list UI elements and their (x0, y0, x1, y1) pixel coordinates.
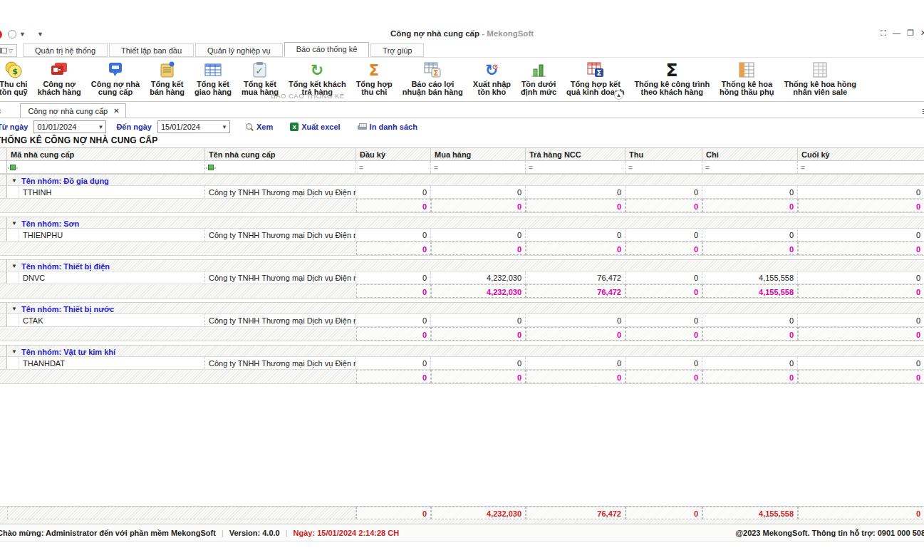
column-header[interactable]: Mua hàng (431, 148, 526, 160)
group-name[interactable]: Tên nhóm: Sơn (17, 217, 79, 228)
ribbon-tab[interactable]: Thiết lập ban đầu (109, 43, 194, 57)
collapse-group-icon[interactable]: ▼ (7, 175, 17, 185)
value-cell[interactable]: 0 (702, 186, 798, 198)
group-name[interactable]: Tên nhóm: Vật tư kim khí (17, 346, 115, 356)
filter-cell[interactable] (7, 161, 205, 173)
value-cell[interactable]: 0 (356, 357, 431, 369)
supplier-name-cell[interactable]: Công ty TNHH Thương mại Dịch vụ Điện nướ… (205, 186, 356, 198)
print-list-label: In danh sách (370, 123, 417, 131)
value-cell[interactable]: 0 (356, 229, 431, 241)
column-header[interactable]: Trả hàng NCC (526, 148, 625, 160)
column-header[interactable]: Cuối kỳ (798, 148, 924, 160)
value-cell[interactable]: 0 (431, 229, 526, 241)
value-cell[interactable]: 0 (625, 357, 702, 369)
value-cell[interactable]: 0 (702, 314, 798, 326)
value-cell[interactable]: 0 (625, 314, 702, 326)
collapse-group-icon[interactable]: ▼ (7, 303, 17, 313)
tab-cong-no-nha-cung-cap[interactable]: Công nợ nhà cung cấp ✕ (20, 103, 125, 118)
value-cell[interactable]: 0 (702, 229, 798, 241)
value-cell[interactable]: 76,472 (526, 271, 625, 284)
column-header[interactable]: Mã nhà cung cấp (7, 148, 205, 160)
group-name[interactable]: Tên nhóm: Thiết bị nước (17, 303, 114, 313)
equals-filter-icon[interactable]: = (628, 164, 633, 172)
fit-screen-icon[interactable]: ⛶ (881, 28, 886, 38)
value-cell[interactable]: 0 (526, 314, 625, 326)
supplier-name-cell[interactable]: Công ty TNHH Thương mại Dịch vụ Điện nướ… (205, 271, 356, 284)
supplier-name-cell[interactable]: Công ty TNHH Thương mại Dịch vụ Điện nướ… (205, 229, 356, 241)
filter-cell[interactable]: = (356, 161, 431, 173)
value-cell[interactable]: 0 (431, 357, 526, 369)
subtotal-value-cell: 0 (625, 199, 702, 212)
group-row: ▼Tên nhóm: Sơn (0, 217, 924, 229)
supplier-code-cell[interactable]: CTAK (19, 314, 205, 326)
ribbon-tab[interactable]: Quản lý nghiệp vụ (195, 43, 283, 57)
equals-filter-icon[interactable]: = (705, 164, 710, 172)
filter-cell[interactable]: = (702, 161, 798, 173)
column-header[interactable]: Chi (702, 148, 798, 160)
value-cell[interactable]: 0 (702, 357, 798, 369)
minimize-icon[interactable]: — (893, 28, 900, 38)
close-icon[interactable]: ✕ (920, 28, 924, 38)
value-cell[interactable]: 0 (356, 271, 431, 284)
from-date-combo[interactable]: 01/01/2024 ▼ (33, 120, 106, 133)
column-header[interactable]: Đầu kỳ (356, 148, 431, 160)
filter-cell[interactable]: = (431, 161, 526, 173)
search-icon (246, 123, 254, 131)
tab-label: Công nợ nhà cung cấp (28, 107, 108, 115)
filter-cell[interactable]: = (798, 161, 924, 173)
value-cell[interactable]: 0 (625, 271, 702, 284)
restore-icon[interactable]: ❐ (907, 28, 914, 38)
column-header[interactable]: Tên nhà cung cấp (205, 148, 356, 160)
value-cell[interactable]: 0 (798, 186, 924, 198)
filter-cell[interactable]: = (526, 161, 625, 173)
value-cell[interactable]: 0 (798, 314, 924, 326)
value-cell[interactable]: 0 (625, 186, 702, 198)
value-cell[interactable]: 0 (431, 186, 526, 198)
collapse-group-icon[interactable]: ▼ (7, 260, 17, 271)
value-cell[interactable]: 4,232,030 (431, 271, 526, 284)
value-cell[interactable]: 0 (798, 271, 924, 284)
print-list-button[interactable]: In danh sách (352, 123, 423, 131)
value-cell[interactable]: 4,155,558 (702, 271, 798, 284)
filter-cell[interactable] (205, 161, 356, 173)
view-button[interactable]: Xem (240, 123, 279, 131)
value-cell[interactable]: 0 (356, 186, 431, 198)
filter-cell[interactable]: = (625, 161, 702, 173)
collapse-group-icon[interactable]: ▼ (7, 346, 17, 356)
group-name[interactable]: Tên nhóm: Đồ gia dụng (17, 175, 109, 185)
text-filter-icon[interactable] (208, 165, 214, 170)
ribbon-tab[interactable]: Quản trị hệ thống (23, 43, 108, 57)
export-excel-button[interactable]: x Xuất excel (284, 123, 346, 131)
text-filter-icon[interactable] (10, 165, 16, 170)
column-header[interactable]: Thu (625, 148, 702, 160)
collapse-group-icon[interactable]: ▼ (7, 217, 17, 228)
value-cell[interactable]: 0 (356, 314, 431, 326)
value-cell[interactable]: 0 (431, 314, 526, 326)
group-subtotal-row: 04,232,03076,47204,155,5580 (0, 284, 924, 299)
subtotal-value-cell: 0 (798, 284, 924, 298)
ribbon-tab[interactable]: Báo cáo thống kê (284, 42, 370, 57)
value-cell[interactable]: 0 (798, 229, 924, 241)
supplier-code-cell[interactable]: TTHINH (19, 186, 205, 198)
value-cell[interactable]: 0 (798, 357, 924, 369)
group-name[interactable]: Tên nhóm: Thiết bị điện (17, 260, 110, 271)
value-cell[interactable]: 0 (526, 229, 625, 241)
supplier-name-cell[interactable]: Công ty TNHH Thương mại Dịch vụ Điện nướ… (205, 357, 356, 369)
close-tab-icon[interactable]: ✕ (0, 108, 1, 115)
supplier-code-cell[interactable]: THIENPHU (19, 229, 205, 241)
supplier-code-cell[interactable]: THANHDAT (19, 357, 205, 369)
supplier-code-cell[interactable]: DNVC (19, 271, 205, 284)
equals-filter-icon[interactable]: = (434, 164, 438, 172)
value-cell[interactable]: 0 (526, 357, 625, 369)
value-cell[interactable]: 0 (625, 229, 702, 241)
supplier-name-cell[interactable]: Công ty TNHH Thương mại Dịch vụ Điện nướ… (205, 314, 356, 326)
ribbon-collapse-icon[interactable]: ▲ (614, 90, 623, 100)
equals-filter-icon[interactable]: = (359, 164, 363, 172)
equals-filter-icon[interactable]: = (529, 164, 533, 172)
app-menu-button[interactable]: ▽ (0, 44, 17, 57)
equals-filter-icon[interactable]: = (801, 164, 805, 172)
ribbon-tab[interactable]: Trợ giúp (370, 43, 424, 57)
value-cell[interactable]: 0 (526, 186, 625, 198)
close-icon[interactable]: ✕ (113, 107, 119, 115)
to-date-combo[interactable]: 15/01/2024 ▼ (157, 120, 230, 133)
